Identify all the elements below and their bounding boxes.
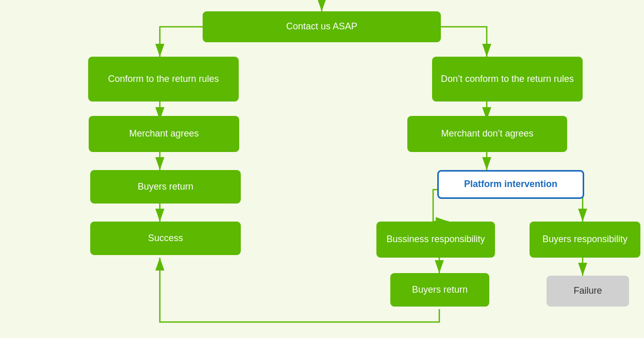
merchant-dont-node: Merchant don’t agrees bbox=[407, 116, 567, 152]
merchant-agrees-node: Merchant agrees bbox=[89, 116, 239, 152]
success-node: Success bbox=[90, 222, 241, 255]
failure-node: Failure bbox=[547, 276, 629, 307]
platform-node: Platform intervention bbox=[437, 170, 584, 199]
buyers-return-left-node: Buyers return bbox=[90, 170, 241, 204]
dont-conform-node: Don’t conform to the return rules bbox=[432, 57, 583, 102]
contact-node: Contact us ASAP bbox=[203, 11, 441, 42]
flowchart-diagram: Contact us ASAP Conform to the return ru… bbox=[0, 0, 644, 338]
buyers-return-right-node: Buyers return bbox=[390, 273, 489, 307]
buyers-resp-node: Buyers responsibility bbox=[530, 222, 640, 258]
business-resp-node: Bussiness responsibility bbox=[376, 222, 495, 258]
conform-node: Conform to the return rules bbox=[88, 57, 239, 102]
